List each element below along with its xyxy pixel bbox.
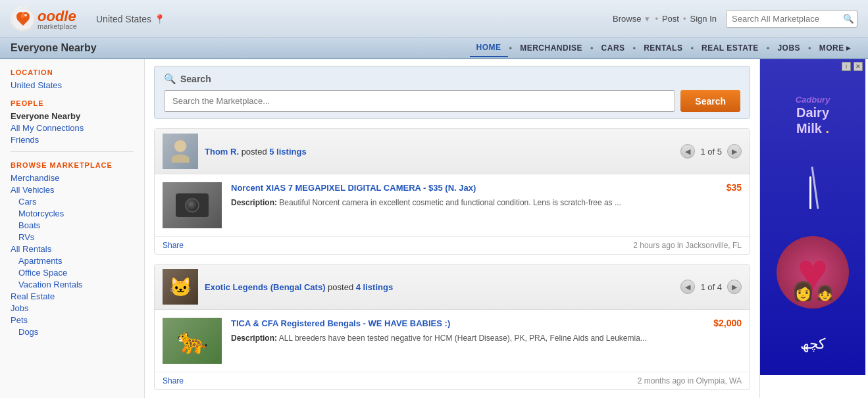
header-search-input[interactable] xyxy=(727,11,838,27)
listing-1-count-link[interactable]: 5 listings xyxy=(269,147,306,157)
sidebar-jobs[interactable]: Jobs xyxy=(11,303,134,313)
svg-point-1 xyxy=(24,14,27,16)
header-search-box: 🔍 xyxy=(726,10,857,28)
listing-1-footer: Share 2 hours ago in Jacksonville, FL xyxy=(155,236,750,254)
sidebar-rvs[interactable]: RVs xyxy=(18,232,134,242)
listing-1-action: posted xyxy=(242,147,270,157)
listing-2-user-link[interactable]: Exotic Legends (Bengal Cats) xyxy=(205,282,325,292)
listing-2-header: 🐱 Exotic Legends (Bengal Cats) posted 4 … xyxy=(155,264,750,310)
listing-2-title-row: TICA & CFA Registered Bengals - WE HAVE … xyxy=(231,318,742,330)
listing-2-action: posted xyxy=(328,282,356,292)
logo-image[interactable]: oodle marketplace xyxy=(11,6,83,32)
sidebar-divider-1 xyxy=(11,151,134,152)
listing-2-count-link[interactable]: 4 listings xyxy=(356,282,393,292)
nav-item-cars[interactable]: CARS xyxy=(595,39,632,57)
header-nav: Browse ▾ • Post • Sign In xyxy=(613,14,717,24)
sidebar-people-label: PEOPLE xyxy=(11,99,134,107)
listing-1-nav: ◀ 1 of 5 ▶ xyxy=(680,144,742,159)
sidebar-all-rentals[interactable]: All Rentals xyxy=(11,244,134,254)
sidebar-merchandise[interactable]: Merchandise xyxy=(11,173,134,183)
listing-1-time: 2 hours ago in Jacksonville, FL xyxy=(633,241,742,250)
logo-text: oodle marketplace xyxy=(38,8,77,30)
listing-2-next-btn[interactable]: ▶ xyxy=(727,280,742,294)
search-input[interactable] xyxy=(164,90,675,112)
person-1-icon: 👩 xyxy=(792,280,815,302)
ad-heart-image: ♥ 👩 👧 xyxy=(777,236,849,309)
logo-marketplace-text: marketplace xyxy=(38,22,77,30)
avatar-body xyxy=(171,154,190,163)
sidebar-item-cars[interactable]: Cars xyxy=(18,197,134,207)
sidebar-apartments[interactable]: Apartments xyxy=(18,256,134,266)
sidebar-pets[interactable]: Pets xyxy=(11,315,134,325)
listing-1-share[interactable]: Share xyxy=(163,241,184,250)
listing-1-avatar xyxy=(163,134,198,169)
listing-1-next-btn[interactable]: ▶ xyxy=(727,144,742,159)
sign-in-link[interactable]: Sign In xyxy=(690,14,717,24)
ad-dot-text: . xyxy=(825,121,829,136)
listing-2-info: TICA & CFA Registered Bengals - WE HAVE … xyxy=(231,318,742,344)
listing-2-thumbnail: 🐆 xyxy=(163,318,222,364)
main-area: LOCATION United States PEOPLE Everyone N… xyxy=(0,59,868,398)
location-area[interactable]: United States 📍 xyxy=(96,14,165,24)
location-pin-icon: 📍 xyxy=(154,14,165,24)
listing-1-page: 1 of 5 xyxy=(700,147,722,157)
sidebar-all-connections[interactable]: All My Connections xyxy=(11,123,134,133)
header-search-button[interactable]: 🔍 xyxy=(838,11,857,27)
cadbury-ad: i ✕ Cadbury Dairy Milk . ♥ 👩 xyxy=(760,59,865,375)
sidebar-motorcycles[interactable]: Motorcycles xyxy=(18,209,134,218)
sidebar-dogs[interactable]: Dogs xyxy=(18,327,134,337)
listing-1-desc-label: Description: xyxy=(231,198,277,207)
nav-item-real-estate[interactable]: REAL ESTATE xyxy=(695,39,765,57)
ad-brand-text: Cadbury xyxy=(796,95,830,105)
listing-1-header: Thom R. posted 5 listings ◀ 1 of 5 ▶ xyxy=(155,129,750,174)
listing-2-title[interactable]: TICA & CFA Registered Bengals - WE HAVE … xyxy=(231,318,450,330)
search-button[interactable]: Search xyxy=(680,90,740,112)
listing-1-body: Norcent XIAS 7 MEGAPIXEL DIGITAL CAMERA … xyxy=(155,174,750,236)
listing-2-prev-btn[interactable]: ◀ xyxy=(680,280,695,294)
location-text: United States xyxy=(96,14,151,24)
nav-item-more[interactable]: MORE ▸ xyxy=(813,39,857,57)
listing-2: 🐱 Exotic Legends (Bengal Cats) posted 4 … xyxy=(154,264,750,390)
sidebar-friends[interactable]: Friends xyxy=(11,135,134,145)
listing-2-desc: Description: ALL breeders have been test… xyxy=(231,333,742,344)
ad-close-btn[interactable]: ✕ xyxy=(854,62,863,71)
nav-item-rentals[interactable]: RENTALS xyxy=(637,39,689,57)
post-link[interactable]: Post xyxy=(662,14,679,24)
sidebar-browse-label: BROWSE MARKETPLACE xyxy=(11,161,134,169)
nav-item-merchandise[interactable]: MERCHANDISE xyxy=(513,39,589,57)
ad-straw-2 xyxy=(811,166,819,209)
listing-1-user: Thom R. posted 5 listings xyxy=(205,147,307,157)
listing-2-share[interactable]: Share xyxy=(163,376,184,386)
listing-2-footer: Share 2 months ago in Olympia, WA xyxy=(155,372,750,389)
nav-separator-1: • xyxy=(655,14,658,24)
listing-1-price: $35 xyxy=(705,182,742,193)
ad-controls: i ✕ xyxy=(842,62,863,71)
camera-thumbnail-inner xyxy=(176,193,209,217)
listing-2-time: 2 months ago in Olympia, WA xyxy=(638,376,742,386)
sidebar-everyone-nearby[interactable]: Everyone Nearby xyxy=(11,111,134,121)
listing-1-user-link[interactable]: Thom R. xyxy=(205,147,239,157)
browse-link[interactable]: Browse xyxy=(613,14,641,24)
listing-1-prev-btn[interactable]: ◀ xyxy=(680,144,695,159)
page-title: Everyone Nearby xyxy=(11,42,97,54)
sidebar-location-value[interactable]: United States xyxy=(11,80,134,90)
nav-item-home[interactable]: HOME xyxy=(470,39,508,57)
person-2-icon: 👧 xyxy=(816,285,834,302)
sidebar-real-estate[interactable]: Real Estate xyxy=(11,291,134,301)
ad-info-btn[interactable]: i xyxy=(842,62,851,71)
nav-item-jobs[interactable]: JOBS xyxy=(771,39,807,57)
sidebar-boats[interactable]: Boats xyxy=(18,220,134,230)
ad-dairy-text: Dairy xyxy=(796,105,829,120)
sidebar-all-vehicles[interactable]: All Vehicles xyxy=(11,185,134,195)
sidebar-vacation-rentals[interactable]: Vacation Rentals xyxy=(18,280,134,289)
cat-thumbnail-icon: 🐆 xyxy=(177,326,208,355)
ad-decoration xyxy=(809,163,816,209)
search-label: 🔍 Search xyxy=(164,73,740,85)
ad-urdu-text: کچھ xyxy=(800,336,825,353)
listing-2-price: $2,000 xyxy=(705,318,742,328)
header: oodle marketplace United States 📍 Browse… xyxy=(0,0,868,38)
search-magnifier-icon: 🔍 xyxy=(164,73,176,85)
sidebar-office-space[interactable]: Office Space xyxy=(18,268,134,278)
sidebar: LOCATION United States PEOPLE Everyone N… xyxy=(0,59,145,398)
listing-1-title[interactable]: Norcent XIAS 7 MEGAPIXEL DIGITAL CAMERA … xyxy=(231,182,476,194)
